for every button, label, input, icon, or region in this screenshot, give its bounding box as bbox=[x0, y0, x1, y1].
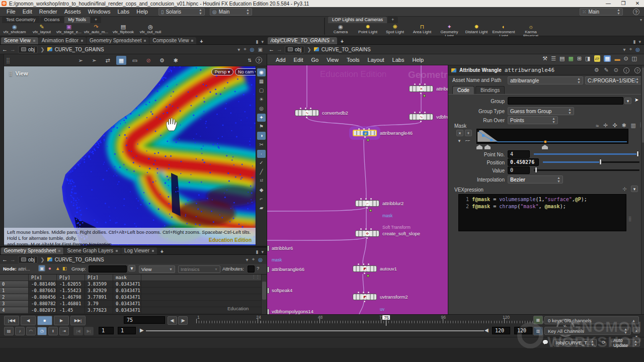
pane-maximize-icon[interactable]: ▮ bbox=[256, 249, 259, 254]
main-selector[interactable]: ◎ Main ▲▼ bbox=[210, 8, 252, 16]
pane-maximize-icon[interactable]: ▮ bbox=[633, 39, 636, 44]
flag-icon[interactable]: ⚑ bbox=[257, 123, 266, 131]
sort-icon[interactable]: ⇅ bbox=[245, 56, 255, 65]
value-slider[interactable] bbox=[534, 166, 639, 173]
sync-icon[interactable]: ◎ bbox=[250, 47, 255, 52]
vex-expand-icon[interactable]: ⊹ bbox=[623, 186, 627, 192]
group-input[interactable] bbox=[508, 97, 623, 105]
headlight-icon[interactable]: ☀ bbox=[257, 96, 266, 104]
sync-icon[interactable]: ◎ bbox=[258, 257, 263, 262]
range-slider-left-handle[interactable]: ▶ bbox=[140, 327, 144, 333]
ramp-marker[interactable] bbox=[485, 145, 491, 149]
node-flag-badge[interactable] bbox=[367, 275, 369, 277]
close-tab-icon[interactable] bbox=[152, 250, 154, 252]
scene-viewport[interactable]: ⣿ View Persp ▾ No cam ▾ Left mouse tumbl… bbox=[4, 66, 256, 245]
integer-frames-icon[interactable]: ‖ bbox=[48, 327, 58, 335]
value-field[interactable]: 0 bbox=[508, 166, 530, 174]
shelf-tab-my-tools[interactable]: My Tools bbox=[64, 17, 90, 23]
shelf-tool-camera[interactable]: ◉Camera bbox=[328, 24, 353, 36]
move-all-icon[interactable]: ✜ bbox=[612, 122, 617, 129]
vex-grip-icon[interactable]: ⣿ bbox=[628, 216, 632, 221]
pane-menu-icon[interactable]: ▾ bbox=[638, 39, 641, 44]
key-options-icon[interactable]: ▲▼ bbox=[633, 327, 640, 333]
marker-icon[interactable]: ◆ bbox=[257, 186, 266, 194]
pane-maximize-icon[interactable]: ▮ bbox=[256, 39, 259, 44]
node-flag-badge[interactable] bbox=[367, 139, 369, 141]
shelf-tool-vfx-layout[interactable]: ✎vfx_layout bbox=[29, 24, 54, 36]
close-button[interactable]: ✕ bbox=[631, 0, 644, 7]
pin-icon[interactable]: ⌖ bbox=[252, 256, 255, 262]
inc-frame-button[interactable]: |▶ bbox=[178, 316, 188, 325]
network-node-vdbfromparti[interactable]: ∿ bbox=[409, 114, 433, 120]
cube-icon[interactable]: ▣ bbox=[258, 47, 263, 52]
ramp-curve-icon[interactable]: ≈ bbox=[596, 123, 599, 129]
param-tab-code[interactable]: Code bbox=[452, 86, 474, 94]
back-icon[interactable]: ← bbox=[269, 46, 274, 52]
param-tab-bindings[interactable]: Bindings bbox=[475, 86, 505, 94]
keyframe-colors-icon[interactable]: ▦ bbox=[533, 316, 543, 324]
breadcrumb-node[interactable]: CURVE_TO_GRAINS bbox=[321, 47, 371, 52]
shelf-tool-distant-light[interactable]: ✸Distant Light bbox=[464, 24, 489, 36]
range-start2-field[interactable]: 1 bbox=[118, 327, 136, 334]
shelf-tool-vfx-shotcam[interactable]: ◉vfx_shotcam bbox=[2, 24, 27, 36]
shelf-tool-geometry-light[interactable]: ✦Geometry Light bbox=[437, 24, 462, 36]
network-menu-tools[interactable]: Tools bbox=[343, 55, 363, 65]
shelf-tool-spot-light[interactable]: ❋Spot Light bbox=[382, 24, 408, 36]
back-icon[interactable]: ← bbox=[2, 256, 8, 262]
help-icon[interactable]: ? bbox=[634, 67, 640, 73]
snapping-disabled-icon[interactable]: ⊘ bbox=[143, 56, 153, 65]
add-shelf-tab-button[interactable]: + bbox=[387, 17, 398, 23]
stop-button[interactable]: ■ bbox=[37, 316, 52, 325]
back-icon[interactable]: ← bbox=[2, 46, 8, 52]
box-select-icon[interactable]: ▭ bbox=[130, 56, 140, 65]
group-funnel-icon[interactable]: ▼ bbox=[128, 265, 135, 272]
translate-tool-icon[interactable]: ➣ bbox=[89, 56, 99, 65]
attributes-filter-input[interactable] bbox=[248, 265, 255, 273]
shelf-tool-point-light[interactable]: ✹Point Light bbox=[355, 24, 380, 36]
shelf-tool-vfx-out-null[interactable]: ◎vfx_out_null bbox=[138, 24, 163, 36]
table-row[interactable]: 0-0.881406-1.620553.835990.0343471 bbox=[0, 281, 267, 288]
node-flag-badge[interactable] bbox=[369, 209, 372, 212]
current-node-select[interactable]: /obj/CURVE_T...▲▼ bbox=[553, 339, 597, 346]
point-display-icon[interactable]: ∙ bbox=[257, 150, 266, 158]
group-dropdown-icon[interactable]: ▾ bbox=[624, 98, 631, 104]
network-node-attribwrangle66[interactable] bbox=[267, 266, 269, 273]
frame-view-icon[interactable]: ▦ bbox=[257, 77, 266, 85]
ramp-remove-point-button[interactable]: × bbox=[456, 130, 463, 136]
group-pick-arrow-icon[interactable]: ➤ bbox=[634, 97, 638, 103]
pane-menu-icon[interactable]: ▾ bbox=[261, 39, 264, 44]
dropdown-icon[interactable]: ▾ bbox=[623, 47, 626, 52]
vex-code-editor[interactable]: 1f@mask = volumesample(1,"surface",@P);2… bbox=[458, 194, 626, 231]
shelf-tab-test-geometry[interactable]: Test Geometry bbox=[2, 17, 40, 23]
display-options-icon[interactable]: ✱ bbox=[171, 56, 181, 65]
gradient-icon[interactable]: ▥ bbox=[631, 122, 636, 129]
network-menu-view[interactable]: View bbox=[323, 55, 342, 65]
forward-icon[interactable]: → bbox=[10, 256, 16, 262]
magnifier-icon[interactable]: ⊙ bbox=[614, 67, 618, 73]
quickmark-icon[interactable]: ◫ bbox=[632, 55, 637, 62]
camera-button[interactable]: No cam ▾ bbox=[235, 68, 256, 75]
shake-icon[interactable]: ◨ bbox=[585, 55, 590, 62]
pane-menu-icon[interactable]: ▾ bbox=[261, 249, 264, 254]
sim-cache-icon[interactable]: ◠ bbox=[26, 327, 36, 335]
breadcrumb-node[interactable]: CURVE_TO_GRAINS bbox=[55, 47, 104, 52]
gear-icon[interactable]: ⚙ bbox=[594, 67, 599, 73]
brush-icon[interactable]: ✎ bbox=[604, 67, 609, 73]
table-scrollbar[interactable] bbox=[261, 275, 267, 314]
close-tab-icon[interactable] bbox=[116, 250, 118, 252]
points-mode-icon[interactable]: ▣ bbox=[38, 265, 45, 272]
dropdown-icon[interactable]: ▾ bbox=[237, 47, 240, 52]
network-menu-help[interactable]: Help bbox=[409, 55, 427, 65]
add-shelf-tab-button[interactable]: + bbox=[91, 17, 101, 23]
network-node-uvtransform2[interactable]: ◩ bbox=[353, 294, 377, 300]
range-prev-icon[interactable]: |◀ bbox=[73, 327, 83, 335]
group-type-select[interactable]: Guess from Group▲▼ bbox=[508, 107, 574, 115]
message-bubble-icon[interactable]: 💬 bbox=[542, 339, 548, 345]
network-node-autouv1[interactable]: ◩ bbox=[353, 265, 377, 272]
view-select[interactable]: View▼ bbox=[139, 265, 175, 273]
list-icon[interactable]: ▤ bbox=[559, 55, 565, 62]
asset-path-select[interactable]: C:/PROGRA~1/SIDEEF~1/HOUDIN~1.584/ho...▲… bbox=[585, 76, 641, 84]
position-slider[interactable] bbox=[543, 158, 639, 165]
background-image-icon[interactable]: ▦ bbox=[604, 55, 611, 62]
show-points-icon[interactable]: ▦ bbox=[116, 56, 126, 65]
